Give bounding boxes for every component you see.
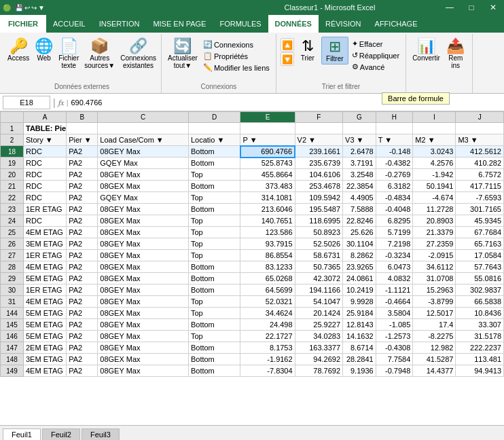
- row-header[interactable]: 24: [1, 215, 24, 227]
- cell[interactable]: 194.1166: [295, 285, 342, 296]
- cell[interactable]: [295, 123, 342, 134]
- cell[interactable]: 08GEX Max: [98, 354, 189, 365]
- cell[interactable]: 4.2576: [413, 158, 456, 169]
- cell[interactable]: 222.2237: [456, 342, 504, 354]
- cell[interactable]: 525.8743: [240, 158, 295, 169]
- cell[interactable]: 50.8923: [295, 227, 342, 238]
- row-header[interactable]: 149: [1, 365, 24, 377]
- cell[interactable]: Bottom: [188, 285, 240, 296]
- cell[interactable]: 8.6714: [343, 342, 376, 354]
- cell[interactable]: 31.0708: [413, 273, 456, 285]
- restore-button[interactable]: □: [461, 0, 482, 15]
- cell[interactable]: -3.8799: [413, 296, 456, 308]
- cell[interactable]: 123.586: [240, 227, 295, 238]
- cell[interactable]: 25.9184: [343, 308, 376, 319]
- cell[interactable]: 08GEY Max: [98, 146, 189, 158]
- cell[interactable]: PA2: [67, 215, 98, 227]
- cell[interactable]: 17.0584: [456, 250, 504, 261]
- cell[interactable]: -0.3234: [376, 250, 413, 261]
- cell[interactable]: -1.9162: [240, 354, 295, 365]
- actualiser-tout-button[interactable]: 🔄 Actualisertout▼: [166, 37, 200, 71]
- cell[interactable]: 08GEY Max: [98, 204, 189, 215]
- cell[interactable]: 4.4905: [343, 192, 376, 204]
- cell[interactable]: Top: [188, 169, 240, 181]
- cell[interactable]: 41.5287: [413, 354, 456, 365]
- row-header[interactable]: 1: [1, 123, 24, 134]
- cell[interactable]: 12.8143: [343, 319, 376, 331]
- column-header-cell[interactable]: Story ▼: [24, 134, 67, 146]
- qat-dropdown-icon[interactable]: ▼: [38, 4, 45, 12]
- connexions-existantes-button[interactable]: 🔗 Connexionsexistantes: [118, 37, 158, 71]
- cell[interactable]: 1ER ETAG: [24, 204, 67, 215]
- cell[interactable]: 08GEY Max: [98, 250, 189, 261]
- cell[interactable]: RDC: [24, 158, 67, 169]
- cell[interactable]: 78.7692: [295, 365, 342, 377]
- cell[interactable]: 08GEY Max: [98, 285, 189, 296]
- redo-icon[interactable]: ↪: [31, 4, 37, 12]
- cell[interactable]: 31.5178: [456, 331, 504, 342]
- cell[interactable]: PA2: [67, 319, 98, 331]
- column-header-cell[interactable]: Pier ▼: [67, 134, 98, 146]
- cell[interactable]: [376, 123, 413, 134]
- cell[interactable]: [240, 123, 295, 134]
- row-header[interactable]: 144: [1, 308, 24, 319]
- cell[interactable]: 6.8295: [376, 215, 413, 227]
- cell[interactable]: 314.1081: [240, 192, 295, 204]
- cell[interactable]: 373.483: [240, 181, 295, 192]
- cell[interactable]: 54.1047: [295, 296, 342, 308]
- cell[interactable]: 28.2841: [343, 354, 376, 365]
- cell[interactable]: [188, 123, 240, 134]
- cell[interactable]: 55.0816: [456, 273, 504, 285]
- cell[interactable]: 30.1104: [343, 238, 376, 250]
- cell[interactable]: 33.307: [456, 319, 504, 331]
- cell[interactable]: -7.8304: [240, 365, 295, 377]
- cell[interactable]: 1ER ETAG: [24, 250, 67, 261]
- cell[interactable]: 34.6112: [413, 261, 456, 273]
- sheet-tab-2[interactable]: Feuil2: [42, 428, 80, 440]
- cell[interactable]: Top: [188, 215, 240, 227]
- cell[interactable]: 412.5612: [456, 146, 504, 158]
- autres-sources-button[interactable]: 📦 Autressources▼: [82, 37, 117, 71]
- cell[interactable]: PA2: [67, 296, 98, 308]
- cell[interactable]: 2EM ETAG: [24, 342, 67, 354]
- cell[interactable]: 253.4678: [295, 181, 342, 192]
- cell[interactable]: 08GEY Max: [98, 169, 189, 181]
- cell[interactable]: -0.4834: [376, 192, 413, 204]
- cell[interactable]: -1.2573: [376, 331, 413, 342]
- cell[interactable]: 50.1941: [413, 181, 456, 192]
- cell[interactable]: 14.1632: [343, 331, 376, 342]
- cell[interactable]: 08GEY Max: [98, 319, 189, 331]
- cell[interactable]: Top: [188, 250, 240, 261]
- row-header[interactable]: 23: [1, 204, 24, 215]
- cell[interactable]: 14.4377: [413, 365, 456, 377]
- cell[interactable]: [343, 123, 376, 134]
- cell[interactable]: 15.2963: [413, 285, 456, 296]
- col-header-e[interactable]: E: [240, 112, 295, 123]
- cell[interactable]: -8.2275: [413, 331, 456, 342]
- cell[interactable]: -0.148: [376, 146, 413, 158]
- col-header-b[interactable]: B: [67, 112, 98, 123]
- cell[interactable]: -0.4308: [376, 342, 413, 354]
- cell[interactable]: 1ER ETAG: [24, 285, 67, 296]
- cell[interactable]: PA2: [67, 169, 98, 181]
- fx-button[interactable]: 𝑓𝑥: [58, 98, 64, 107]
- cell[interactable]: Bottom: [188, 158, 240, 169]
- cell[interactable]: 3.5804: [376, 308, 413, 319]
- cell[interactable]: Bottom: [188, 146, 240, 158]
- cell[interactable]: 4EM ETAG: [24, 227, 67, 238]
- cell[interactable]: 24.0861: [343, 273, 376, 285]
- cell[interactable]: 301.7165: [456, 204, 504, 215]
- sort-az-button[interactable]: 🔼: [281, 38, 294, 52]
- cell[interactable]: Top: [188, 308, 240, 319]
- cell[interactable]: 302.9837: [456, 285, 504, 296]
- fichier-texte-button[interactable]: 📄 Fichiertexte: [56, 37, 81, 71]
- cell[interactable]: -1.942: [413, 169, 456, 181]
- row-header[interactable]: 27: [1, 250, 24, 261]
- cell[interactable]: PA2: [67, 273, 98, 285]
- row-header[interactable]: 31: [1, 296, 24, 308]
- col-header-c[interactable]: C: [98, 112, 189, 123]
- cell[interactable]: 8.1753: [240, 342, 295, 354]
- column-header-cell[interactable]: M2 ▼: [413, 134, 456, 146]
- name-box[interactable]: [3, 96, 50, 109]
- avance-button[interactable]: ⚙ Avancé: [350, 62, 401, 72]
